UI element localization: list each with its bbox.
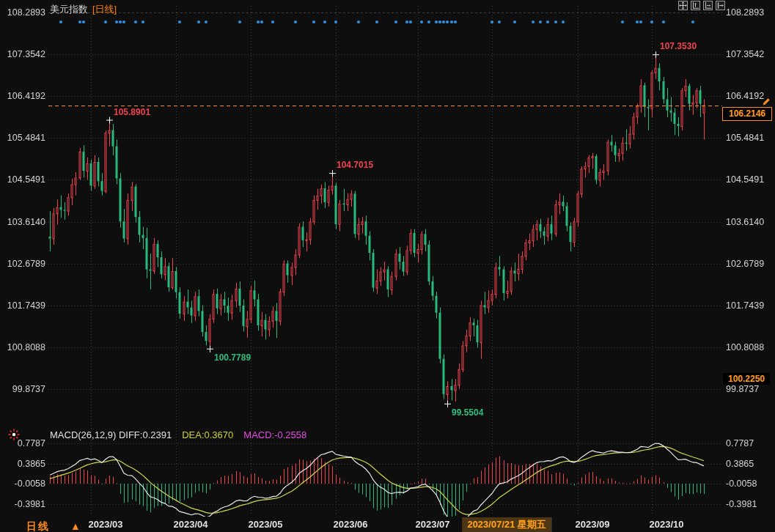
price-axis-label: 103.6140 [3, 217, 45, 227]
macd-dea-value: DEA:0.3670 [182, 429, 233, 440]
date-axis-label: 2023/05 [249, 519, 283, 530]
date-axis-label: 2023/04 [174, 519, 208, 530]
price-axis-label: 103.6140 [726, 217, 764, 227]
price-annotation-high: 107.3530 [660, 41, 697, 51]
price-axis-label: 105.4841 [3, 133, 45, 143]
crosshair-date-badge: 2023/07/21 星期五 [462, 517, 551, 532]
date-axis-label: 2023/06 [334, 519, 368, 530]
macd-axis-label: 0.7787 [726, 438, 754, 448]
price-edit-icon[interactable] [762, 96, 771, 109]
price-axis-label: 100.8088 [3, 342, 45, 352]
shift-right-icon[interactable] [716, 1, 725, 10]
macd-formula-diff: MACD(26,12,9) DIFF:0.2391 [50, 429, 172, 440]
chart-title: 美元指数[日线] [50, 3, 117, 16]
price-axis-label: 101.7439 [726, 300, 764, 311]
price-axis-label: 108.2893 [726, 7, 764, 18]
price-axis-label: 106.4192 [3, 91, 45, 101]
price-axis-label: 100.8088 [726, 342, 764, 352]
price-axis-label: 104.5491 [726, 174, 764, 185]
macd-axis-label: -0.0058 [3, 479, 45, 489]
period-tag[interactable]: [日线] [92, 4, 117, 15]
price-axis-label: 102.6789 [726, 259, 764, 269]
macd-axis-label: 0.7787 [3, 438, 45, 448]
price-axis-label: 107.3542 [3, 49, 45, 59]
macd-header: MACD(26,12,9) DIFF:0.2391DEA:0.3670MACD:… [50, 429, 317, 440]
price-annotation-high: 104.7015 [337, 160, 373, 170]
price-axis-label: 107.3542 [726, 49, 764, 59]
price-axis-label: 104.5491 [3, 174, 45, 185]
price-annotation-high: 105.8901 [114, 107, 150, 117]
period-label: 日线 [26, 520, 50, 532]
move-chart-icon[interactable] [678, 1, 688, 10]
date-axis-label: 2023/03 [89, 519, 123, 530]
price-axis-label: 99.8737 [3, 384, 45, 394]
price-annotation-low: 100.7789 [214, 352, 251, 363]
macd-value: MACD:-0.2558 [243, 429, 306, 440]
price-axis-label: 106.4192 [726, 91, 764, 101]
macd-axis-label: -0.3981 [3, 499, 45, 509]
macd-axis-label: -0.0058 [726, 479, 757, 489]
candlestick-chart-canvas[interactable] [0, 0, 775, 532]
price-axis-label: 105.4841 [726, 133, 764, 143]
price-axis-label: 108.2893 [3, 7, 45, 18]
price-annotation-low: 99.5504 [452, 407, 483, 418]
date-axis-label: 2023/10 [650, 519, 684, 530]
date-axis-label: 2023/07 [416, 519, 450, 530]
price-axis-label: 99.8737 [726, 384, 759, 394]
price-axis-label: 102.6789 [3, 259, 45, 269]
symbol-name: 美元指数 [50, 4, 88, 15]
chevron-up-icon: ▲ [70, 520, 81, 532]
scale-y-axis-icon[interactable] [691, 1, 700, 10]
macd-axis-label: 0.3865 [3, 459, 45, 469]
chart-toolbar [678, 1, 725, 10]
date-axis-label: 2023/09 [576, 519, 610, 530]
macd-axis-label: -0.3981 [726, 499, 757, 509]
period-selector[interactable]: 日线▲ [26, 520, 81, 532]
trading-chart-window: 美元指数[日线] 108.2893107.3542106.4192105.484… [0, 0, 775, 532]
macd-axis-label: 0.3865 [726, 459, 754, 469]
alert-price-badge: 100.2250 [723, 373, 770, 385]
scale-x-axis-icon[interactable] [703, 1, 713, 10]
price-axis-label: 101.7439 [3, 300, 45, 311]
